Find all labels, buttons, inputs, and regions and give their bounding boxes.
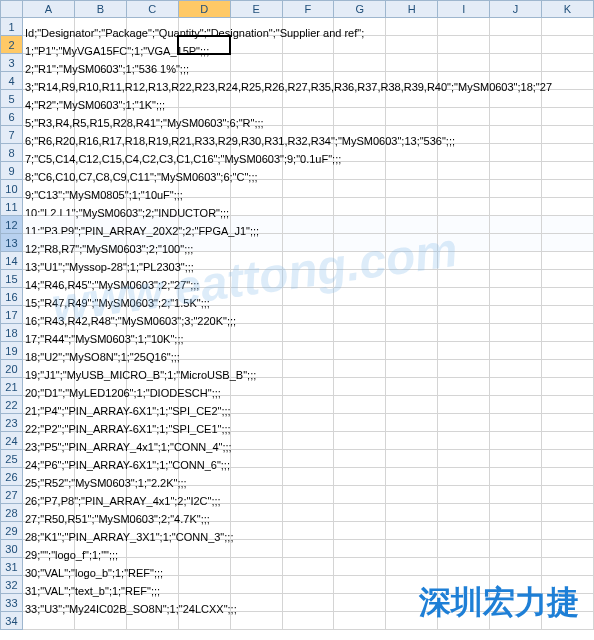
row-header-34[interactable]: 34	[1, 612, 23, 630]
cell-E17[interactable]	[230, 306, 282, 324]
cell-K32[interactable]	[542, 576, 594, 594]
cell-A24[interactable]: 23;"P5";"PIN_ARRAY_4x1";1;"CONN_4";;;	[22, 432, 74, 450]
cell-G28[interactable]	[334, 504, 386, 522]
row-header-1[interactable]: 1	[1, 18, 23, 36]
cell-A19[interactable]: 18;"U2";"MySO8N";1;"25Q16";;;	[22, 342, 74, 360]
cell-G10[interactable]	[334, 180, 386, 198]
cell-G23[interactable]	[334, 414, 386, 432]
cell-E27[interactable]	[230, 486, 282, 504]
cell-K20[interactable]	[542, 360, 594, 378]
cell-K30[interactable]	[542, 540, 594, 558]
row-header-22[interactable]: 22	[1, 396, 23, 414]
cell-E30[interactable]	[230, 540, 282, 558]
cell-F11[interactable]	[282, 198, 334, 216]
cell-J23[interactable]	[490, 414, 542, 432]
cell-I30[interactable]	[438, 540, 490, 558]
cell-A10[interactable]: 9;"C13";"MySM0805";1;"10uF";;;	[22, 180, 74, 198]
col-header-F[interactable]: F	[282, 1, 334, 18]
cell-J34[interactable]	[490, 612, 542, 630]
cell-H14[interactable]	[386, 252, 438, 270]
cell-A3[interactable]: 2;"R1";"MySM0603";1;"536 1%";;;	[22, 54, 74, 72]
cell-J7[interactable]	[490, 126, 542, 144]
cell-I2[interactable]	[438, 36, 490, 54]
cell-J9[interactable]	[490, 162, 542, 180]
cell-K13[interactable]	[542, 234, 594, 252]
cell-H29[interactable]	[386, 522, 438, 540]
cell-G9[interactable]	[334, 162, 386, 180]
cell-I20[interactable]	[438, 360, 490, 378]
cell-H18[interactable]	[386, 324, 438, 342]
cell-J1[interactable]	[490, 18, 542, 36]
cell-H20[interactable]	[386, 360, 438, 378]
cell-G12[interactable]	[334, 216, 386, 234]
cell-D2[interactable]	[178, 36, 230, 54]
row-header-14[interactable]: 14	[1, 252, 23, 270]
cell-H12[interactable]	[386, 216, 438, 234]
col-header-D[interactable]: D	[178, 1, 230, 18]
cell-H21[interactable]	[386, 378, 438, 396]
cell-A34[interactable]	[22, 612, 74, 630]
cell-J3[interactable]	[490, 54, 542, 72]
cell-J30[interactable]	[490, 540, 542, 558]
cell-J25[interactable]	[490, 450, 542, 468]
cell-F27[interactable]	[282, 486, 334, 504]
cell-J32[interactable]	[490, 576, 542, 594]
cell-F29[interactable]	[282, 522, 334, 540]
cell-J22[interactable]	[490, 396, 542, 414]
cell-H33[interactable]	[386, 594, 438, 612]
row-header-11[interactable]: 11	[1, 198, 23, 216]
cell-K15[interactable]	[542, 270, 594, 288]
cell-J18[interactable]	[490, 324, 542, 342]
cell-J11[interactable]	[490, 198, 542, 216]
col-header-A[interactable]: A	[22, 1, 74, 18]
cell-J16[interactable]	[490, 288, 542, 306]
cell-I23[interactable]	[438, 414, 490, 432]
cell-E34[interactable]	[230, 612, 282, 630]
cell-H24[interactable]	[386, 432, 438, 450]
row-header-15[interactable]: 15	[1, 270, 23, 288]
cell-I28[interactable]	[438, 504, 490, 522]
col-header-B[interactable]: B	[74, 1, 126, 18]
cell-H2[interactable]	[386, 36, 438, 54]
cell-G3[interactable]	[334, 54, 386, 72]
cell-G26[interactable]	[334, 468, 386, 486]
cell-K29[interactable]	[542, 522, 594, 540]
cell-J29[interactable]	[490, 522, 542, 540]
cell-F16[interactable]	[282, 288, 334, 306]
row-header-16[interactable]: 16	[1, 288, 23, 306]
cell-A13[interactable]: 12;"R8,R7";"MySM0603";2;"100";;;	[22, 234, 74, 252]
col-header-G[interactable]: G	[334, 1, 386, 18]
cell-G6[interactable]	[334, 108, 386, 126]
cell-A20[interactable]: 19;"J1";"MyUSB_MICRO_B";1;"MicroUSB_B";;…	[22, 360, 74, 378]
cell-D32[interactable]	[178, 576, 230, 594]
cell-A29[interactable]: 28;"K1";"PIN_ARRAY_3X1";1;"CONN_3";;;	[22, 522, 74, 540]
cell-J8[interactable]	[490, 144, 542, 162]
cell-K12[interactable]	[542, 216, 594, 234]
cell-I6[interactable]	[438, 108, 490, 126]
cell-A18[interactable]: 17;"R44";"MySM0603";1;"10K";;;	[22, 324, 74, 342]
cell-G19[interactable]	[334, 342, 386, 360]
cell-H17[interactable]	[386, 306, 438, 324]
row-header-12[interactable]: 12	[1, 216, 23, 234]
cell-J14[interactable]	[490, 252, 542, 270]
cell-F19[interactable]	[282, 342, 334, 360]
cell-F26[interactable]	[282, 468, 334, 486]
cell-A1[interactable]: Id;"Designator";"Package";"Quantity";"De…	[22, 18, 74, 36]
cell-K17[interactable]	[542, 306, 594, 324]
cell-K14[interactable]	[542, 252, 594, 270]
cell-K27[interactable]	[542, 486, 594, 504]
cell-I21[interactable]	[438, 378, 490, 396]
cell-I19[interactable]	[438, 342, 490, 360]
cell-F32[interactable]	[282, 576, 334, 594]
cell-A12[interactable]: 11;"P3,P9";"PIN_ARRAY_20X2";2;"FPGA_J1";…	[22, 216, 74, 234]
cell-E11[interactable]	[230, 198, 282, 216]
cell-A8[interactable]: 7;"C5,C14,C12,C15,C4,C2,C3,C1,C16";"MySM…	[22, 144, 74, 162]
cell-J28[interactable]	[490, 504, 542, 522]
cell-G14[interactable]	[334, 252, 386, 270]
cell-G21[interactable]	[334, 378, 386, 396]
cell-K28[interactable]	[542, 504, 594, 522]
cell-J17[interactable]	[490, 306, 542, 324]
cell-E29[interactable]	[230, 522, 282, 540]
cell-J10[interactable]	[490, 180, 542, 198]
cell-A17[interactable]: 16;"R43,R42,R48";"MySM0603";3;"220K";;;	[22, 306, 74, 324]
